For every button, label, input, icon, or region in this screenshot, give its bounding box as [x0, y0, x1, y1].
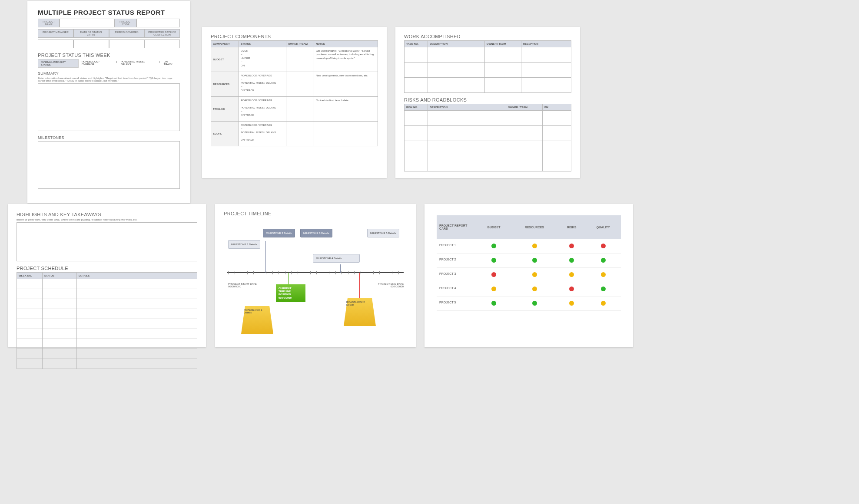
table-row [405, 126, 571, 141]
table-row [17, 299, 197, 309]
status-dot [601, 272, 606, 277]
col-fix: FIX [542, 104, 571, 111]
sep: | [158, 59, 161, 68]
status-tabs: OVERALL PROJECT STATUS ROADBLOCK / OVERA… [38, 59, 180, 68]
status-dot [491, 301, 496, 306]
tick [373, 271, 374, 274]
cell-status [558, 254, 586, 268]
tab-ontrack[interactable]: ON TRACK [161, 59, 179, 68]
cell-status [511, 254, 557, 268]
status-dot [532, 272, 537, 277]
tick [235, 271, 235, 274]
col-desc: DESCRIPTION [428, 104, 506, 111]
cell-status [558, 268, 586, 282]
tick [266, 271, 266, 274]
milestones-box[interactable] [38, 141, 180, 189]
field-period[interactable] [109, 40, 145, 48]
table-row [17, 289, 197, 299]
cell-status [511, 239, 557, 254]
col-quality: QUALITY [585, 215, 621, 239]
tick [398, 271, 399, 274]
table-row [405, 111, 571, 126]
current-line [288, 273, 289, 285]
table-row [17, 359, 197, 369]
milestone-1: MILESTONE 1 Details [228, 240, 260, 249]
tick [342, 271, 342, 274]
tab-risks[interactable]: POTENTIAL RISKS / DELAYS [118, 59, 158, 68]
tick [279, 271, 279, 274]
tick [304, 271, 304, 274]
work-table: TASK NO.DESCRIPTIONOWNER / TEAMRECEPTION [404, 40, 571, 93]
cell-status [585, 254, 621, 268]
tab-overall[interactable]: OVERALL PROJECT STATUS [38, 59, 79, 68]
cell-status [477, 296, 511, 311]
risks-title: RISKS AND ROADBLOCKS [404, 97, 571, 102]
tick [247, 271, 248, 274]
status-dot [601, 287, 606, 291]
status-dot [601, 258, 606, 263]
cell-status [558, 296, 586, 311]
status-dot [532, 244, 537, 248]
col-taskno: TASK NO. [405, 41, 428, 47]
cell-status [511, 268, 557, 282]
cell-status [558, 282, 586, 296]
tick [348, 271, 348, 274]
col-desc: DESCRIPTION [428, 41, 485, 47]
table-row: PROJECT 1 [437, 239, 621, 254]
status-dot [491, 258, 496, 263]
summary-hint: Enter information here about overall sta… [38, 77, 180, 82]
status-dot [601, 244, 606, 248]
page-status-report: MULTIPLE PROJECT STATUS REPORT PROJECT N… [27, 1, 190, 203]
highlights-title: HIGHLIGHTS AND KEY TAKEAWAYS [17, 212, 197, 217]
tick [260, 271, 260, 274]
cell-owner[interactable] [286, 122, 314, 146]
components-table: COMPONENT STATUS OWNER / TEAM NOTES BUDG… [211, 40, 378, 146]
tick [253, 271, 254, 274]
field-projected[interactable] [144, 40, 180, 48]
col-week: WEEK NO. [17, 273, 43, 279]
sep: | [115, 59, 118, 68]
field-date[interactable] [73, 40, 109, 48]
tick [335, 271, 336, 274]
cell-owner[interactable] [286, 72, 314, 97]
cell-component: SCOPE [211, 122, 239, 146]
col-owner: OWNER / TEAM [484, 41, 521, 47]
col-project: PROJECT REPORT CARD [437, 215, 477, 239]
tick [298, 271, 298, 274]
cell-component: RESOURCES [211, 72, 239, 97]
table-row: PROJECT 3 [437, 268, 621, 282]
tick [367, 271, 367, 274]
cell-owner[interactable] [286, 97, 314, 122]
page-components: PROJECT COMPONENTS COMPONENT STATUS OWNE… [202, 27, 387, 178]
highlights-box[interactable] [17, 222, 197, 261]
field-pm[interactable] [38, 40, 73, 48]
col-owner: OWNER / TEAM [286, 41, 314, 47]
timeline-title: PROJECT TIMELINE [224, 211, 407, 216]
milestone-5: MILESTONE 5 Details [367, 229, 399, 237]
status-dot [569, 301, 574, 306]
cell-status: ROADBLOCK / OVERAGE – POTENTIAL RISKS / … [239, 72, 286, 97]
tab-roadblock[interactable]: ROADBLOCK / OVERAGE [79, 59, 115, 68]
field-project-name[interactable] [60, 19, 115, 27]
roadblock-1: ROADBLOCK 1 Details [241, 306, 273, 316]
milestone-line [370, 241, 370, 273]
cell-project: PROJECT 3 [437, 268, 477, 282]
summary-box[interactable] [38, 83, 180, 131]
col-resources: RESOURCES [511, 215, 557, 239]
cell-status [477, 239, 511, 254]
col-notes: NOTES [314, 41, 378, 47]
work-title: WORK ACCOMPLISHED [404, 34, 571, 39]
axis-start: PROJECT START DATE 00/00/0000 [228, 283, 263, 288]
cell-project: PROJECT 2 [437, 254, 477, 268]
milestone-line [231, 252, 231, 273]
cell-notes: Call out highlights: "Exceptional work."… [314, 47, 378, 72]
label-period: PERIOD COVERED [109, 29, 145, 38]
table-row [405, 63, 571, 78]
cell-status [477, 254, 511, 268]
field-project-code[interactable] [136, 19, 180, 27]
col-risks: RISKS [558, 215, 586, 239]
cell-project: PROJECT 5 [437, 296, 477, 311]
milestone-3: MILESTONE 3 Details [300, 229, 332, 237]
cell-status [585, 282, 621, 296]
cell-owner[interactable] [286, 47, 314, 72]
